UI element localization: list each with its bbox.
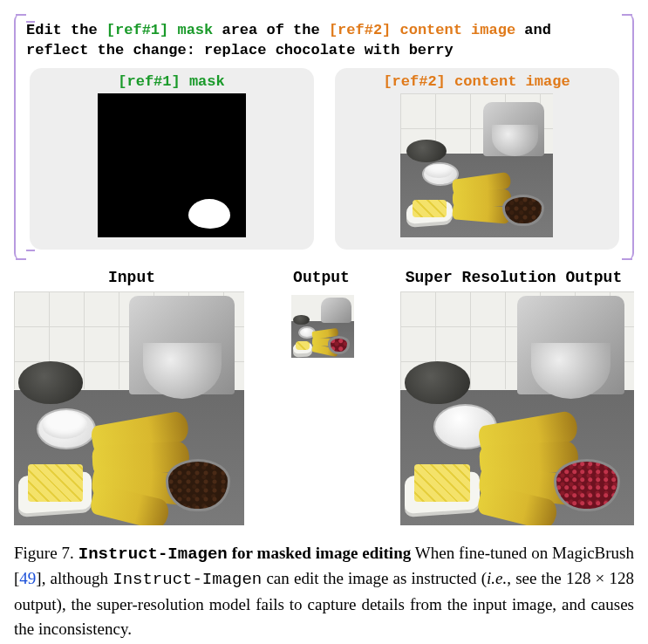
prompt-ref2: [ref#2] content image [329, 22, 515, 38]
output-column [255, 291, 390, 358]
ref-row: [ref#1] mask [ref#2] content image [26, 68, 622, 250]
ref-mask-title: [ref#1] mask [45, 73, 298, 90]
caption-title-mono: Instruct-Imagen [78, 545, 228, 564]
caption-dim: 128 × 128 [566, 569, 634, 587]
prompt-text: Edit the [ref#1] mask area of the [ref#2… [26, 21, 622, 61]
content-image [400, 93, 553, 237]
caption-ie: i.e. [487, 569, 507, 587]
super-resolution-image [400, 291, 634, 525]
mask-blob [188, 199, 230, 229]
caption-body3: can edit the image as instructed ( [262, 569, 487, 587]
caption-title-rest: for masked image editing [228, 544, 411, 562]
ref-content-title: [ref#2] content image [351, 73, 604, 90]
label-super-resolution: Super Resolution Output [393, 269, 634, 286]
prompt-pre: Edit the [26, 22, 106, 38]
prompt-box: Edit the [ref#1] mask area of the [ref#2… [14, 14, 634, 260]
label-input: Input [14, 269, 249, 286]
mask-image [98, 93, 246, 237]
caption-body4: , see the [507, 569, 566, 587]
caption-fig-number: Figure 7. [14, 544, 74, 562]
ref-content-card: [ref#2] content image [335, 68, 619, 250]
caption-body2: ], although [36, 569, 113, 587]
figure-caption: Figure 7. Instruct-Imagen for masked ima… [14, 541, 634, 641]
prompt-ref1: [ref#1] mask [106, 22, 213, 38]
ref-mask-card: [ref#1] mask [30, 68, 314, 250]
prompt-mid1: area of the [213, 22, 329, 38]
input-image [14, 291, 244, 525]
caption-mono2: Instruct-Imagen [113, 570, 262, 589]
image-row [14, 291, 634, 525]
column-labels: Input Output Super Resolution Output [14, 269, 634, 286]
caption-citation: 49 [19, 569, 36, 587]
caption-body5: output), the super-resolution model fail… [14, 595, 634, 638]
label-output: Output [249, 269, 393, 286]
output-image [291, 295, 354, 358]
